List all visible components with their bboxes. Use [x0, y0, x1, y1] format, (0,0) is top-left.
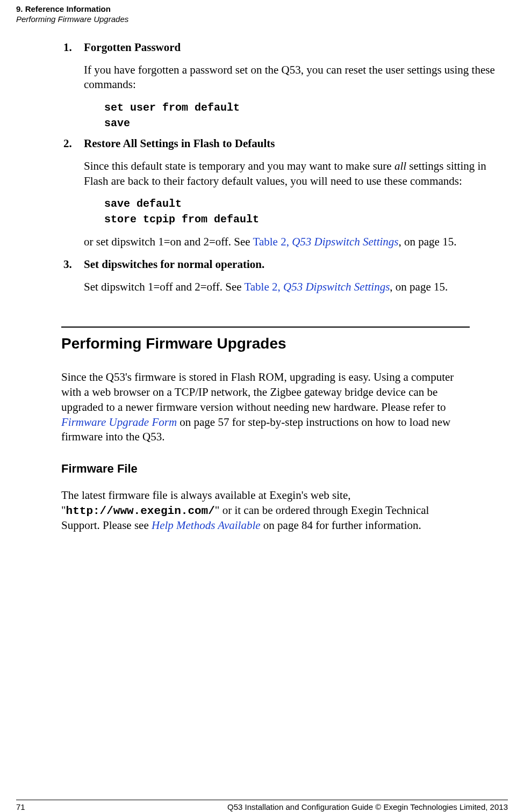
xref-title: Q53 Dipswitch Settings: [283, 280, 390, 293]
body-text: on page 84 for further information.: [261, 519, 421, 532]
cross-reference-link[interactable]: Help Methods Available: [152, 519, 261, 532]
list-tail: or set dipswitch 1=on and 2=off. See Tab…: [84, 235, 509, 250]
emphasis: all: [394, 160, 406, 172]
cross-reference-link[interactable]: Table 2, Q53 Dipswitch Settings: [244, 280, 390, 293]
footer-text: Q53 Installation and Configuration Guide…: [227, 802, 508, 811]
running-header: 9. Reference Information Performing Firm…: [16, 4, 128, 25]
body-text: Since this default state is temporary an…: [84, 160, 394, 172]
running-footer: 71 Q53 Installation and Configuration Gu…: [16, 800, 508, 802]
code-line: set user from default: [104, 100, 509, 115]
code-line: save: [104, 115, 509, 131]
heading-firmware-file: Firmware File: [61, 461, 509, 476]
list-tail: Set dipswitch 1=off and 2=off. See Table…: [84, 280, 509, 295]
header-section: Performing Firmware Upgrades: [16, 15, 128, 25]
list-item: 2.Restore All Settings in Flash to Defau…: [63, 136, 509, 250]
list-title-restore-defaults: Restore All Settings in Flash to Default…: [84, 137, 275, 150]
xref-label: Table 2,: [253, 235, 292, 248]
page-content: 1.Forgotten Password If you have forgott…: [63, 40, 509, 549]
list-number: 3.: [63, 257, 84, 272]
body-text: , on page 15.: [390, 280, 448, 293]
page-number: 71: [16, 802, 25, 811]
list-title-forgotten-password: Forgotten Password: [84, 41, 181, 54]
body-text: Since the Q53's firmware is stored in Fl…: [61, 371, 454, 413]
paragraph: The latest firmware file is always avail…: [61, 488, 470, 533]
header-chapter: 9. Reference Information: [16, 4, 128, 15]
list-item: 3.Set dipswitches for normal operation. …: [63, 257, 509, 294]
list-number: 2.: [63, 136, 84, 151]
cross-reference-link[interactable]: Firmware Upgrade Form: [61, 416, 177, 429]
list-number: 1.: [63, 40, 84, 55]
code-line: store tcpip from default: [104, 212, 509, 227]
body-text: or set dipswitch 1=on and 2=off. See: [84, 235, 253, 248]
code-block: save default store tcpip from default: [104, 196, 509, 227]
body-text: Set dipswitch 1=off and 2=off. See: [84, 280, 244, 293]
heading-performing-firmware-upgrades: Performing Firmware Upgrades: [61, 334, 509, 354]
xref-label: Table 2,: [244, 280, 283, 293]
url-text: http://www.exegin.com/: [66, 505, 215, 517]
code-line: save default: [104, 196, 509, 212]
paragraph: Since the Q53's firmware is stored in Fl…: [61, 370, 470, 445]
list-body: If you have forgotten a password set on …: [84, 63, 509, 92]
xref-title: Q53 Dipswitch Settings: [292, 235, 398, 248]
list-item: 1.Forgotten Password If you have forgott…: [63, 40, 509, 131]
body-text: , on page 15.: [398, 235, 456, 248]
section-rule: [61, 327, 470, 328]
list-body: Since this default state is temporary an…: [84, 159, 509, 189]
cross-reference-link[interactable]: Table 2, Q53 Dipswitch Settings: [253, 235, 399, 248]
list-title-set-dipswitches: Set dipswitches for normal operation.: [84, 258, 264, 271]
code-block: set user from default save: [104, 100, 509, 131]
